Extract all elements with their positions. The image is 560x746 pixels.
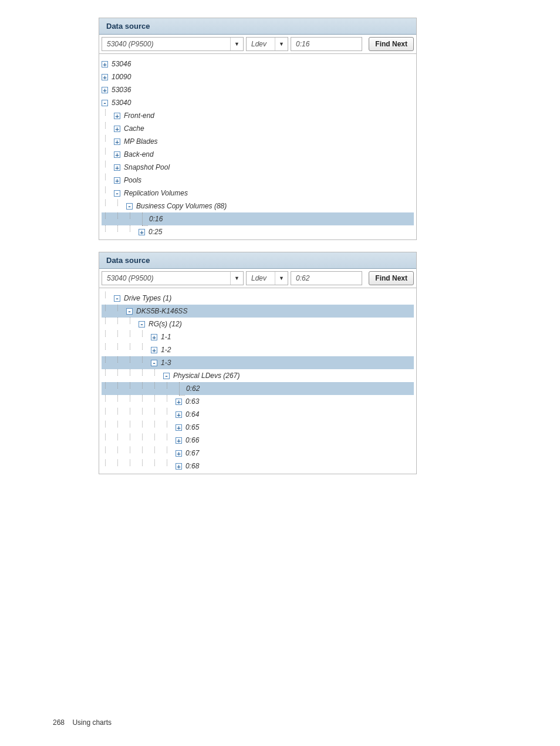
expand-icon[interactable]: + bbox=[176, 463, 182, 470]
tree-node[interactable]: +53046 bbox=[102, 58, 414, 70]
tree-node-label: Front-end bbox=[124, 112, 154, 120]
collapse-icon[interactable]: - bbox=[163, 373, 170, 379]
type-select-value: Ldev bbox=[247, 274, 275, 282]
tree-view[interactable]: +53046+10090+53036-53040+Front-end+Cache… bbox=[99, 54, 416, 239]
type-select[interactable]: Ldev ▼ bbox=[246, 271, 288, 285]
tree-node[interactable]: -Physical LDevs (267) bbox=[102, 369, 414, 382]
tree-node[interactable]: 0:62 bbox=[102, 382, 414, 395]
panel-title: Data source bbox=[99, 252, 416, 269]
collapse-icon[interactable]: - bbox=[102, 100, 108, 106]
tree-node-label: 0:16 bbox=[149, 215, 163, 223]
source-select-value: 53040 (P9500) bbox=[102, 40, 230, 48]
source-select[interactable]: 53040 (P9500) ▼ bbox=[102, 271, 244, 285]
tree-node-label: 0:68 bbox=[185, 462, 199, 470]
tree-node[interactable]: +Cache bbox=[102, 122, 414, 135]
tree-node-label: Cache bbox=[124, 124, 144, 133]
id-input-value: 0:62 bbox=[291, 274, 362, 282]
tree-node-label: 0:25 bbox=[149, 228, 162, 236]
expand-icon[interactable]: + bbox=[151, 334, 157, 340]
collapse-icon[interactable]: - bbox=[114, 190, 120, 197]
tree-node[interactable]: -Business Copy Volumes (88) bbox=[102, 200, 414, 212]
expand-icon[interactable]: + bbox=[139, 229, 145, 235]
tree-node-label: Drive Types (1) bbox=[124, 294, 171, 302]
tree-node[interactable]: -Drive Types (1) bbox=[102, 292, 414, 305]
type-select-value: Ldev bbox=[247, 40, 275, 48]
tree-node-label: 0:66 bbox=[185, 436, 199, 444]
tree-node[interactable]: -Replication Volumes bbox=[102, 187, 414, 200]
type-select[interactable]: Ldev ▼ bbox=[246, 37, 288, 51]
tree-node[interactable]: +0:65 bbox=[102, 421, 414, 434]
chevron-down-icon: ▼ bbox=[275, 38, 288, 50]
tree-node-label: Snapshot Pool bbox=[124, 163, 170, 171]
source-select-value: 53040 (P9500) bbox=[102, 274, 230, 282]
tree-node[interactable]: -DKS5B-K146SS bbox=[102, 305, 414, 318]
expand-icon[interactable]: + bbox=[114, 151, 120, 158]
find-next-button[interactable]: Find Next bbox=[369, 271, 414, 285]
tree-node-label: 0:64 bbox=[185, 410, 199, 418]
tree-node[interactable]: +0:66 bbox=[102, 434, 414, 447]
toolbar: 53040 (P9500) ▼ Ldev ▼ 0:62 Find Next bbox=[99, 269, 416, 288]
tree-node-label: 1-2 bbox=[161, 346, 171, 354]
tree-node-label: Replication Volumes bbox=[124, 189, 188, 197]
expand-icon[interactable]: + bbox=[176, 424, 182, 431]
tree-node-label: 10090 bbox=[112, 73, 131, 81]
tree-node-label: RG(s) (12) bbox=[149, 320, 182, 328]
tree-node[interactable]: +Back-end bbox=[102, 148, 414, 161]
chevron-down-icon: ▼ bbox=[275, 272, 288, 285]
expand-icon[interactable]: + bbox=[176, 399, 182, 405]
collapse-icon[interactable]: - bbox=[126, 308, 133, 315]
tree-node[interactable]: -53040 bbox=[102, 96, 414, 109]
tree-node[interactable]: +0:68 bbox=[102, 460, 414, 472]
tree-node[interactable]: +1-2 bbox=[102, 343, 414, 356]
tree-node[interactable]: -RG(s) (12) bbox=[102, 318, 414, 330]
tree-node-label: 1-3 bbox=[161, 359, 171, 367]
collapse-icon[interactable]: - bbox=[151, 360, 157, 366]
tree-node[interactable]: +Front-end bbox=[102, 109, 414, 122]
tree-node[interactable]: +53036 bbox=[102, 83, 414, 96]
tree-node-label: 0:63 bbox=[185, 397, 199, 406]
data-source-panel-1: Data source 53040 (P9500) ▼ Ldev ▼ 0:16 … bbox=[99, 18, 417, 240]
tree-node[interactable]: +0:63 bbox=[102, 395, 414, 408]
id-input[interactable]: 0:62 bbox=[291, 271, 362, 285]
tree-node[interactable]: +Pools bbox=[102, 174, 414, 187]
expand-icon[interactable]: + bbox=[114, 126, 120, 132]
tree-view[interactable]: -Drive Types (1)-DKS5B-K146SS-RG(s) (12)… bbox=[99, 288, 416, 474]
tree-node-label: 0:62 bbox=[186, 384, 200, 393]
tree-node[interactable]: +MP Blades bbox=[102, 135, 414, 148]
tree-node[interactable]: +0:67 bbox=[102, 447, 414, 460]
chevron-down-icon: ▼ bbox=[230, 38, 243, 50]
expand-icon[interactable]: + bbox=[114, 139, 120, 145]
expand-icon[interactable]: + bbox=[102, 87, 108, 93]
collapse-icon[interactable]: - bbox=[139, 321, 145, 328]
expand-icon[interactable]: + bbox=[102, 61, 108, 67]
tree-node[interactable]: 0:16 bbox=[102, 212, 414, 225]
id-input-value: 0:16 bbox=[291, 40, 362, 48]
tree-node-label: Pools bbox=[124, 176, 141, 184]
tree-node-label: DKS5B-K146SS bbox=[136, 307, 187, 315]
expand-icon[interactable]: + bbox=[114, 177, 120, 184]
expand-icon[interactable]: + bbox=[114, 113, 120, 119]
collapse-icon[interactable]: - bbox=[114, 295, 120, 302]
find-next-button[interactable]: Find Next bbox=[369, 37, 414, 51]
tree-node[interactable]: +0:25 bbox=[102, 225, 414, 238]
tree-node-label: MP Blades bbox=[124, 137, 158, 146]
tree-node-label: 1-1 bbox=[161, 333, 171, 341]
tree-node[interactable]: +10090 bbox=[102, 70, 414, 83]
tree-node[interactable]: +0:64 bbox=[102, 408, 414, 421]
tree-node-label: Back-end bbox=[124, 150, 154, 158]
expand-icon[interactable]: + bbox=[176, 411, 182, 418]
panel-title: Data source bbox=[99, 18, 416, 35]
expand-icon[interactable]: + bbox=[176, 437, 182, 444]
collapse-icon[interactable]: - bbox=[126, 203, 133, 210]
id-input[interactable]: 0:16 bbox=[291, 37, 362, 51]
tree-node[interactable]: +Snapshot Pool bbox=[102, 161, 414, 174]
tree-node[interactable]: +1-1 bbox=[102, 330, 414, 343]
tree-node-label: 53040 bbox=[112, 99, 131, 107]
tree-node[interactable]: -1-3 bbox=[102, 356, 414, 369]
chevron-down-icon: ▼ bbox=[230, 272, 243, 285]
expand-icon[interactable]: + bbox=[102, 74, 108, 80]
expand-icon[interactable]: + bbox=[114, 164, 120, 171]
expand-icon[interactable]: + bbox=[151, 347, 157, 353]
source-select[interactable]: 53040 (P9500) ▼ bbox=[102, 37, 244, 51]
expand-icon[interactable]: + bbox=[176, 450, 182, 457]
